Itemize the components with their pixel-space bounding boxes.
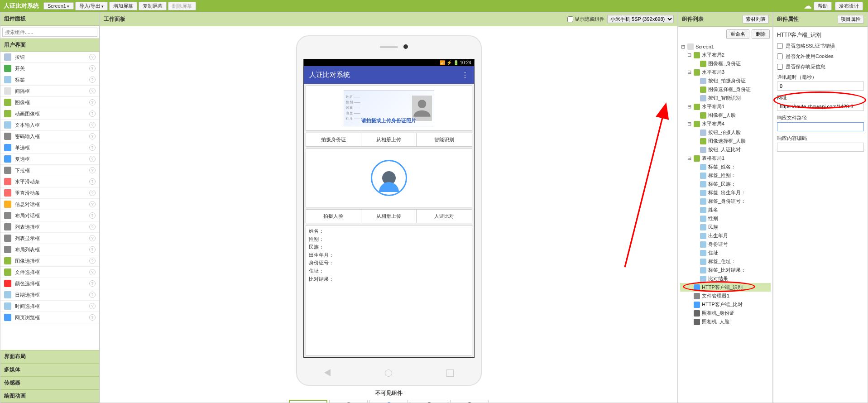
help-icon[interactable]: ? [89, 144, 96, 151]
help-icon[interactable]: ? [89, 246, 96, 253]
help-icon[interactable]: ? [89, 156, 96, 162]
help-icon[interactable]: ? [89, 224, 96, 230]
help-icon[interactable]: ? [89, 292, 96, 298]
palette-item[interactable]: 图像框? [0, 97, 99, 108]
help-icon[interactable]: ? [89, 314, 96, 321]
palette-item[interactable]: 颜色选择框? [0, 278, 99, 289]
help-icon[interactable]: ? [89, 178, 96, 185]
delete-button[interactable]: 删除 [752, 29, 770, 39]
tree-node[interactable]: 标签_比对结果： [680, 266, 771, 274]
category-media[interactable]: 多媒体 [0, 363, 99, 376]
show-hidden-checkbox[interactable]: 显示隐藏组件 [567, 16, 604, 23]
palette-item[interactable]: 密码输入框? [0, 131, 99, 142]
palette-item[interactable]: 垂直滑动条? [0, 187, 99, 199]
palette-item[interactable]: 单选框? [0, 142, 99, 154]
tree-node[interactable]: HTTP客户端_比对 [680, 300, 771, 309]
tree-node[interactable]: ⊟ 水平布局1 [680, 102, 771, 111]
tree-node[interactable]: 标签_民族： [680, 180, 771, 188]
device-select[interactable]: 小米手机 5SP (392x698) [607, 15, 674, 23]
tree-node[interactable]: 按钮_人证比对 [680, 145, 771, 154]
palette-item[interactable]: 图像选择框? [0, 255, 99, 267]
prop-resp-file-input[interactable] [777, 122, 864, 131]
help-icon[interactable]: ? [89, 167, 96, 173]
help-icon[interactable]: ? [89, 280, 96, 287]
tree-node[interactable]: HTTP客户端_识别 [680, 283, 771, 292]
app-button[interactable]: 拍摄人脸 [306, 210, 361, 223]
tree-node[interactable]: ⊟ Screen1 [680, 43, 771, 51]
app-button[interactable]: 拍摄身份证 [306, 133, 361, 146]
help-icon[interactable]: ? [89, 190, 96, 196]
tree-node[interactable]: 标签_身份证号： [680, 197, 771, 206]
palette-item[interactable]: 标签? [0, 74, 99, 86]
invisible-component[interactable]: HTTP客户端_识别 [289, 400, 327, 403]
tree-node[interactable]: 按钮_智能识别 [680, 94, 771, 102]
add-screen-button[interactable]: 增加屏幕 [109, 2, 137, 10]
app-button[interactable]: 从相册上传 [361, 133, 417, 146]
import-export-dropdown[interactable]: 导入/导出 [75, 2, 108, 10]
tree-node[interactable]: 图像选择框_身份证 [680, 85, 771, 94]
palette-item[interactable]: 开关? [0, 63, 99, 74]
palette-item[interactable]: 文本输入框? [0, 120, 99, 131]
help-icon[interactable]: ? [89, 235, 96, 241]
palette-item[interactable]: 日期选择框? [0, 289, 99, 301]
palette-item[interactable]: 信息对话框? [0, 199, 99, 210]
tree-node[interactable]: 标签_住址： [680, 257, 771, 266]
help-icon[interactable]: ? [89, 201, 96, 207]
overflow-menu-icon[interactable]: ⋮ [461, 71, 469, 79]
help-icon[interactable]: ? [89, 88, 96, 94]
screen-dropdown[interactable]: Screen1 [43, 2, 74, 10]
tree-node[interactable]: 标签_性别： [680, 171, 771, 180]
tree-node[interactable]: 按钮_拍摄人脸 [680, 128, 771, 137]
invisible-component[interactable]: 照相机_身份证 [410, 400, 448, 403]
help-icon[interactable]: ? [89, 212, 96, 219]
help-icon[interactable]: ? [89, 110, 96, 117]
delete-screen-button[interactable]: 删除屏幕 [168, 2, 196, 10]
category-sensor[interactable]: 传感器 [0, 376, 99, 389]
tree-node[interactable]: 住址 [680, 249, 771, 257]
invisible-component[interactable]: 文件管理器1 [329, 400, 368, 403]
tree-node[interactable]: 出生年月 [680, 231, 771, 240]
help-icon[interactable]: ? [89, 303, 96, 309]
category-draw[interactable]: 绘图动画 [0, 389, 99, 403]
help-icon[interactable]: ? [89, 258, 96, 264]
prop-save-response[interactable]: 是否保存响应信息 [777, 63, 864, 70]
category-layout[interactable]: 界面布局 [0, 350, 99, 363]
help-icon[interactable]: ? [89, 65, 96, 72]
rename-button[interactable]: 重命名 [726, 29, 749, 39]
palette-item[interactable]: 列表显示框? [0, 233, 99, 244]
tree-node[interactable]: 图像选择框_人脸 [680, 137, 771, 145]
tree-node[interactable]: 性别 [680, 214, 771, 223]
tree-node[interactable]: 照相机_身份证 [680, 309, 771, 317]
tree-node[interactable]: ⊟ 水平布局2 [680, 51, 771, 59]
invisible-component[interactable]: 照相机_人脸 [450, 400, 489, 403]
tree-node[interactable]: ⊟ 水平布局4 [680, 120, 771, 128]
palette-item[interactable]: 按钮? [0, 52, 99, 63]
palette-item[interactable]: 水平滑动条? [0, 176, 99, 187]
palette-item[interactable]: 布局列表框? [0, 244, 99, 255]
app-button[interactable]: 人证比对 [417, 210, 471, 223]
palette-item[interactable]: 网页浏览框? [0, 312, 99, 323]
help-icon[interactable]: ? [89, 269, 96, 275]
palette-search-input[interactable] [2, 28, 97, 37]
palette-item[interactable]: 间隔框? [0, 86, 99, 97]
help-icon[interactable]: ? [89, 133, 96, 139]
project-props-tab[interactable]: 项目属性 [838, 15, 864, 24]
tree-node[interactable]: 文件管理器1 [680, 292, 771, 300]
tree-node[interactable]: 身份证号 [680, 240, 771, 249]
tree-node[interactable]: 标签_姓名： [680, 163, 771, 171]
prop-resp-encoding-input[interactable] [777, 143, 864, 152]
publish-button[interactable]: 发布设计 [835, 2, 863, 10]
palette-item[interactable]: 动画图像框? [0, 108, 99, 120]
tree-node[interactable]: 照相机_人脸 [680, 317, 771, 326]
tree-node[interactable]: ⊟ 表格布局1 [680, 154, 771, 163]
assets-tab[interactable]: 素材列表 [743, 15, 769, 24]
prop-timeout-input[interactable] [777, 82, 864, 91]
tree-node[interactable]: 比对结果 [680, 274, 771, 283]
invisible-component[interactable]: HTTP客户端_比对 [369, 400, 408, 403]
palette-item[interactable]: 时间选择框? [0, 301, 99, 312]
help-icon[interactable]: ? [89, 77, 96, 83]
tree-node[interactable]: ⊟ 水平布局3 [680, 68, 771, 77]
tree-node[interactable]: 图像框_人脸 [680, 111, 771, 120]
help-icon[interactable]: ? [89, 54, 96, 60]
palette-item[interactable]: 复选框? [0, 154, 99, 165]
